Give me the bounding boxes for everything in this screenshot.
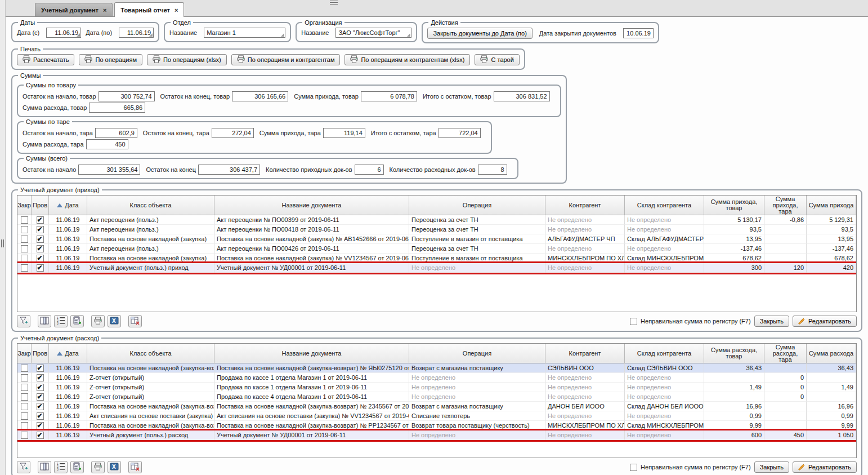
tab-tovarny-otchet[interactable]: Товарный отчет × (114, 2, 184, 17)
checked-checkbox[interactable] (37, 255, 44, 262)
checked-checkbox[interactable] (37, 216, 44, 224)
closed-checkbox[interactable] (21, 384, 28, 391)
table-row[interactable]: 11.06.19Z-отчет (открытый)Продажа по кас… (17, 383, 856, 392)
close-documents-button[interactable]: Закрыть документы до Дата (по) (427, 28, 532, 39)
closed-checkbox[interactable] (21, 374, 28, 381)
checked-checkbox[interactable] (37, 384, 44, 391)
closed-checkbox[interactable] (21, 403, 28, 410)
column-header-date[interactable]: Дата (49, 344, 87, 363)
remove-table-button[interactable] (128, 315, 142, 327)
print-button-5[interactable]: С тарой (475, 54, 519, 65)
checked-checkbox[interactable] (37, 393, 44, 401)
print-button[interactable] (91, 315, 105, 327)
closed-checkbox[interactable] (21, 393, 28, 401)
table-row[interactable]: 11.06.19Акт переоценки (польз.)Акт перео… (17, 244, 856, 254)
print-button-3[interactable]: По операциям и контрагентам (231, 54, 341, 65)
edit-button[interactable]: Редактировать (793, 316, 857, 327)
checked-checkbox[interactable] (37, 422, 44, 429)
department-select[interactable]: Магазин 1 (204, 28, 285, 38)
column-header-closed[interactable]: Закр (17, 344, 32, 363)
table-row[interactable]: 11.06.19Акт переоценки (польз.)Акт перео… (17, 225, 856, 234)
tab-uchetny-dokument[interactable]: Учетный документ × (35, 3, 113, 16)
table-row[interactable]: 11.06.19Z-отчет (открытый)Продажа по кас… (17, 373, 856, 383)
table-row[interactable]: 11.06.19Z-отчет (открытый)Продажа по кас… (17, 392, 856, 402)
checked-checkbox[interactable] (37, 403, 44, 410)
table-row[interactable]: 11.06.19Поставка на основе накладной (за… (17, 402, 856, 411)
column-header-doc-name[interactable]: Название документа (214, 196, 409, 215)
column-header-warehouse[interactable]: Склад контрагента (625, 344, 704, 363)
print-button-1[interactable]: По операциям (79, 54, 142, 65)
table-row[interactable]: 11.06.19Акт переоценки (польз.)Акт перео… (17, 215, 856, 225)
export-excel-button[interactable]: X (108, 461, 121, 473)
close-button[interactable]: Закрыть (754, 316, 789, 327)
checked-checkbox[interactable] (37, 412, 44, 420)
column-header-contragent[interactable]: Контрагент (545, 196, 625, 215)
numbered-list-button[interactable]: 123 (54, 315, 68, 327)
column-header-closed[interactable]: Закр (17, 196, 32, 215)
print-button-4[interactable]: По операциям и контрагентам (xlsx) (344, 54, 470, 65)
print-button-0[interactable]: Распечатать (17, 54, 74, 65)
columns-button[interactable] (38, 315, 51, 327)
column-header-operation[interactable]: Операция (409, 196, 545, 215)
top-splitter-grip-icon[interactable] (330, 1, 338, 5)
wrong-sum-checkbox[interactable] (630, 318, 637, 325)
organization-select[interactable]: ЗАО "ЛюксСофтТорг" (335, 28, 411, 38)
column-header-checked[interactable]: Пров (32, 344, 49, 363)
column-header-sum-goods[interactable]: Сумма расхода, товар (704, 344, 764, 363)
close-icon[interactable]: × (103, 7, 106, 13)
column-header-warehouse[interactable]: Склад контрагента (625, 196, 704, 215)
close-icon[interactable]: × (175, 7, 178, 13)
table-row[interactable]: 11.06.19Учетный документ (польз.) приход… (17, 263, 856, 273)
closed-checkbox[interactable] (21, 422, 28, 429)
closed-checkbox[interactable] (21, 432, 28, 439)
closed-checkbox[interactable] (21, 236, 28, 243)
print-button-2[interactable]: По операциям (xlsx) (147, 54, 227, 65)
column-header-sum-total[interactable]: Сумма прихода (807, 196, 856, 215)
export-excel-button[interactable]: X (108, 315, 121, 327)
table-row[interactable]: 11.06.19Поставка на основе накладной (за… (17, 254, 856, 263)
numbered-list-button[interactable]: 123 (54, 461, 68, 473)
date-to-input[interactable]: 11.06.19 (119, 28, 154, 38)
edit-button[interactable]: Редактировать (793, 461, 857, 473)
table-row[interactable]: 11.06.19Поставка на основе накладной (за… (17, 421, 856, 430)
filter-add-button[interactable] (17, 315, 30, 327)
table-row[interactable]: 11.06.19Акт списания на основе поставки … (17, 411, 856, 421)
left-splitter[interactable] (0, 0, 6, 475)
table-row[interactable]: 11.06.19Учетный документ (польз.) расход… (17, 430, 856, 440)
column-header-checked[interactable]: Пров (32, 196, 49, 215)
column-header-doc-class[interactable]: Класс объекта (87, 344, 214, 363)
columns-button[interactable] (38, 461, 51, 473)
checked-checkbox[interactable] (37, 236, 44, 243)
column-header-sum-tara[interactable]: Сумма прихода, тара (764, 196, 807, 215)
column-header-doc-class[interactable]: Класс объекта (87, 196, 214, 215)
checked-checkbox[interactable] (37, 365, 44, 372)
column-header-doc-name[interactable]: Название документа (214, 344, 409, 363)
close-button[interactable]: Закрыть (754, 461, 789, 473)
calculator-add-button[interactable] (70, 315, 84, 327)
column-header-sum-tara[interactable]: Сумма расхода, тара (764, 344, 807, 363)
filter-add-button[interactable] (17, 461, 30, 473)
closed-checkbox[interactable] (21, 226, 28, 233)
calculator-add-button[interactable] (70, 461, 84, 473)
closed-checkbox[interactable] (21, 245, 28, 252)
checked-checkbox[interactable] (37, 374, 44, 381)
column-header-contragent[interactable]: Контрагент (545, 344, 625, 363)
date-from-input[interactable]: 11.06.19 (46, 28, 81, 38)
checked-checkbox[interactable] (37, 432, 44, 439)
column-header-sum-total[interactable]: Сумма расхода (807, 344, 856, 363)
closed-checkbox[interactable] (21, 216, 28, 224)
table-row[interactable]: 11.06.19Поставка на основе накладной (за… (17, 234, 856, 244)
table-row[interactable]: 11.06.19Поставка на основе накладной (за… (17, 363, 856, 373)
checked-checkbox[interactable] (37, 264, 44, 272)
column-header-date[interactable]: Дата (49, 196, 87, 215)
closed-checkbox[interactable] (21, 255, 28, 262)
remove-table-button[interactable] (128, 461, 142, 473)
column-header-operation[interactable]: Операция (409, 344, 545, 363)
column-header-sum-goods[interactable]: Сумма прихода, товар (704, 196, 764, 215)
checked-checkbox[interactable] (37, 226, 44, 233)
closed-checkbox[interactable] (21, 264, 28, 272)
close-date-input[interactable]: 10.06.19 (623, 28, 654, 38)
closed-checkbox[interactable] (21, 365, 28, 372)
closed-checkbox[interactable] (21, 412, 28, 420)
print-button[interactable] (91, 461, 105, 473)
